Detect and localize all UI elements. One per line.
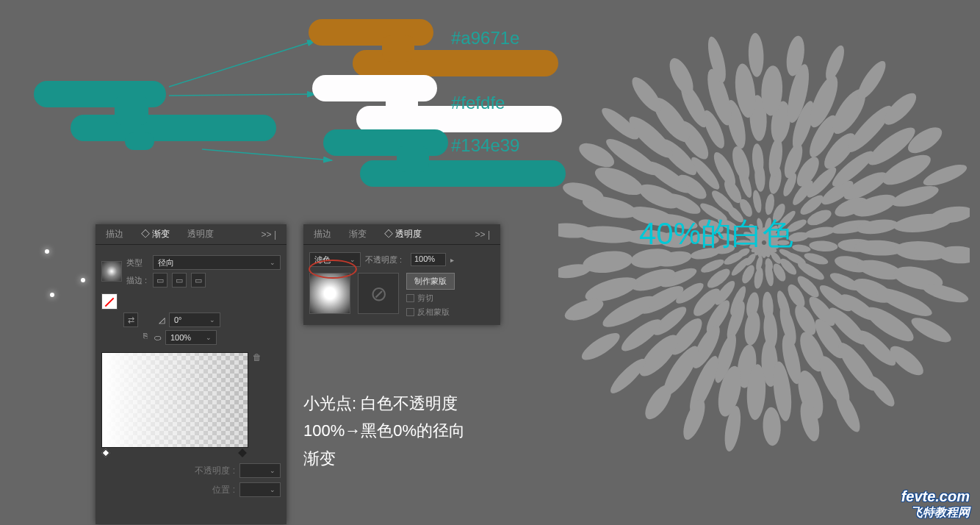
object-preview[interactable] <box>309 273 350 314</box>
svg-point-30 <box>792 243 812 253</box>
stroke-label: 描边 : <box>126 275 148 286</box>
gradient-panel: 描边 ◇ 渐变 透明度 >> | 类型 径向⌄ 描边 : ▭ ▭ ▭ <box>96 224 287 524</box>
gradient-stop-left[interactable] <box>103 450 110 459</box>
blend-mode-select[interactable]: 滤色⌄ <box>309 252 361 267</box>
tab-stroke-2[interactable]: 描边 <box>308 225 337 243</box>
svg-rect-12 <box>386 91 418 118</box>
svg-point-176 <box>865 372 898 410</box>
gradient-swatch[interactable] <box>101 261 122 282</box>
svg-point-97 <box>767 138 785 178</box>
watermark: fevte.com 飞特教程网 <box>901 488 970 521</box>
location-label: 位置 : <box>212 484 235 496</box>
tab-transparency[interactable]: 透明度 <box>181 225 220 243</box>
svg-point-35 <box>753 267 765 290</box>
svg-line-5 <box>169 94 316 96</box>
aspect-input[interactable]: 100%⌄ <box>165 330 217 345</box>
trash-icon[interactable]: 🗑 <box>253 352 262 362</box>
svg-point-179 <box>762 407 781 446</box>
svg-rect-15 <box>397 146 429 172</box>
gradient-preview[interactable] <box>101 352 248 448</box>
stop-opacity-input[interactable]: ⌄ <box>239 463 281 478</box>
opacity-input[interactable]: 100% <box>411 253 446 266</box>
tab-gradient[interactable]: ◇ 渐变 <box>135 225 176 243</box>
overlay-annotation: 40%的白色 <box>639 213 793 254</box>
svg-rect-7 <box>309 19 433 46</box>
clip-checkbox[interactable]: 剪切 <box>406 293 455 304</box>
svg-point-191 <box>627 73 666 116</box>
teal2-cloud-shape <box>323 125 573 191</box>
svg-point-34 <box>764 262 775 287</box>
svg-rect-10 <box>312 75 437 101</box>
color-label-3: #134e39 <box>451 135 519 156</box>
opacity-label-2: 不透明度 : <box>365 254 406 265</box>
description-text: 小光点: 白色不透明度 100%→黑色0%的径向 渐变 <box>303 390 465 472</box>
svg-point-44 <box>752 190 763 214</box>
svg-point-153 <box>582 249 634 276</box>
angle-icon: ◿ <box>159 315 165 325</box>
svg-point-197 <box>853 57 890 103</box>
svg-point-74 <box>804 225 836 240</box>
angle-input[interactable]: 0°⌄ <box>169 312 220 327</box>
none-swatch[interactable] <box>101 293 118 310</box>
svg-rect-13 <box>323 129 448 156</box>
mask-preview[interactable]: ⊘ <box>358 273 399 314</box>
make-mask-button[interactable]: 制作蒙版 <box>406 273 455 290</box>
transparency-panel: 描边 渐变 ◇ 透明度 >> | 滤色⌄ 不透明度 : 100% ▸ ⊘ 制作蒙… <box>303 224 500 325</box>
panel-menu-icon[interactable]: >> | <box>256 226 282 243</box>
svg-rect-9 <box>382 35 414 62</box>
svg-rect-14 <box>360 160 566 187</box>
svg-point-136 <box>856 217 898 236</box>
gradient-type-select[interactable]: 径向⌄ <box>153 255 281 270</box>
stroke-across-icon[interactable]: ▭ <box>172 273 187 288</box>
type-label: 类型 <box>126 257 148 268</box>
color-label-2: #fefdfe <box>451 93 505 113</box>
stop-location-input[interactable]: ⌄ <box>239 482 281 497</box>
reverse-icon[interactable]: ⇄ <box>123 312 138 327</box>
svg-line-4 <box>169 40 316 87</box>
tab-transparency-2[interactable]: ◇ 透明度 <box>378 225 428 243</box>
svg-point-184 <box>578 328 624 365</box>
link-icon[interactable]: ⎘ <box>141 332 150 343</box>
svg-point-75 <box>809 240 838 252</box>
svg-point-183 <box>607 354 650 397</box>
aspect-icon: ⬭ <box>154 333 161 343</box>
stroke-within-icon[interactable]: ▭ <box>191 273 206 288</box>
opacity-label: 不透明度 : <box>195 465 235 477</box>
tab-stroke[interactable]: 描边 <box>100 225 129 243</box>
color-label-1: #a9671e <box>451 28 519 49</box>
gradient-stop-right[interactable] <box>239 450 247 459</box>
svg-point-82 <box>743 310 762 346</box>
panel-menu-icon-2[interactable]: >> | <box>469 226 496 243</box>
stroke-along-icon[interactable]: ▭ <box>153 273 167 288</box>
opacity-caret-icon[interactable]: ▸ <box>450 256 454 264</box>
tab-gradient-2[interactable]: 渐变 <box>343 225 372 243</box>
svg-point-45 <box>764 193 776 216</box>
svg-line-6 <box>202 149 332 160</box>
svg-point-170 <box>890 182 940 210</box>
svg-point-194 <box>748 32 765 77</box>
svg-point-204 <box>908 313 954 347</box>
invert-mask-checkbox[interactable]: 反相蒙版 <box>406 307 455 318</box>
